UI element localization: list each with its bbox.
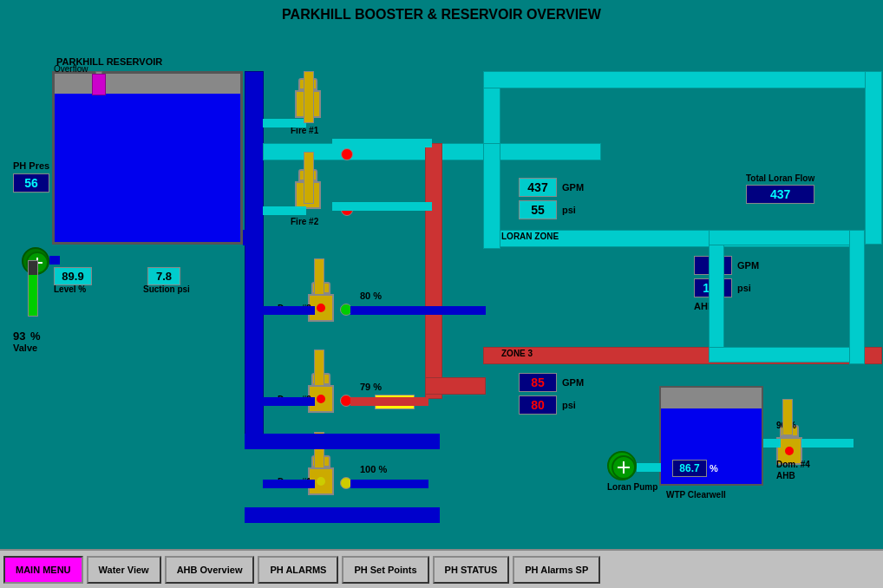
ahb-horiz-top xyxy=(709,230,865,245)
zone3-psi-unit: psi xyxy=(562,400,576,410)
water-view-btn[interactable]: Water View xyxy=(87,556,161,584)
total-loran-label: Total Loran Flow xyxy=(746,173,814,183)
pump-reservoir-pipe xyxy=(49,256,60,265)
dom3-pct: 80 % xyxy=(360,291,382,301)
reservoir-box xyxy=(52,71,243,245)
page-title: PARKHILL BOOSTER & RESERVOIR OVERVIEW xyxy=(0,0,883,26)
wtp-level-value: 86.7 xyxy=(672,460,707,477)
dom3-cyan-out xyxy=(425,306,486,315)
dom3-to-red xyxy=(350,306,428,315)
dom3-vert-pipe xyxy=(314,258,324,295)
ahb-gpm-unit: GPM xyxy=(737,260,759,271)
wtp-level-unit: % xyxy=(710,463,718,474)
dom1-to-right xyxy=(350,480,428,488)
ahb-psi-unit: psi xyxy=(737,283,751,293)
zone3-gpm-unit: GPM xyxy=(562,377,584,388)
valve-label: Valve xyxy=(13,343,37,353)
valve-value: 93 xyxy=(13,330,25,343)
valve-unit: % xyxy=(30,330,41,343)
ahb-vert-pipe xyxy=(709,230,724,356)
loran-pump-label: Loran Pump xyxy=(607,482,657,492)
cyan-pipe-top-right xyxy=(483,71,882,88)
ph-alarms-btn[interactable]: PH ALARMS xyxy=(258,556,338,584)
dom4-label: Dom. #4 xyxy=(776,460,810,469)
loran-pump-symbol xyxy=(607,451,637,480)
fire-connect-pipe-1 xyxy=(332,139,432,147)
level-bar-fill xyxy=(29,275,37,316)
zone3-psi-value: 80 xyxy=(519,395,557,415)
loran-psi-value: 55 xyxy=(519,200,557,219)
loran-gpm-value: 437 xyxy=(519,178,557,197)
overflow-indicator xyxy=(92,74,106,95)
fire2-horiz-pipe xyxy=(263,206,306,215)
ph-alarms-sp-btn[interactable]: PH Alarms SP xyxy=(513,556,600,584)
fire1-vert-pipe xyxy=(304,71,314,123)
fire1-horiz-pipe xyxy=(263,119,306,127)
reservoir-water xyxy=(55,94,240,242)
loran-gpm-group: 437 GPM 55 psi xyxy=(519,178,584,219)
dom2-pct: 79 % xyxy=(360,382,382,392)
dom4-pipe-left xyxy=(763,439,781,448)
ph-status-btn[interactable]: PH STATUS xyxy=(433,556,510,584)
loran-psi-unit: psi xyxy=(562,205,576,215)
zone3-label: ZONE 3 xyxy=(501,349,533,358)
dom4-sub: AHB xyxy=(776,471,795,480)
dom3-horiz-pipe xyxy=(263,306,315,315)
loran-pump-pipe xyxy=(637,463,661,472)
loran-zone-label: LORAN ZONE xyxy=(501,232,559,241)
ahb-horiz-bottom xyxy=(709,347,865,363)
fire1-valve xyxy=(341,148,353,160)
red-horiz-pipe-elbow xyxy=(425,377,486,395)
ahb-group: 0 GPM 102 psi AHB xyxy=(694,256,759,311)
horiz-blue-pipe-1 xyxy=(243,230,247,245)
main-vertical-pipe xyxy=(245,71,264,435)
ahb-overview-btn[interactable]: AHB Overview xyxy=(165,556,255,584)
diagram-area: PARKHILL RESERVOIR Overflow PH Pres 56 8… xyxy=(0,26,883,538)
dom1-pct: 100 % xyxy=(360,464,387,474)
overflow-label: Overflow xyxy=(54,64,88,74)
total-loran-group: Total Loran Flow 437 xyxy=(746,173,814,204)
level-bar-bg xyxy=(28,260,38,317)
ahb-vert-right xyxy=(849,230,865,364)
loran-gpm-unit: GPM xyxy=(562,182,584,193)
red-vert-pipe-center xyxy=(425,143,442,399)
fire-connect-pipe-2 xyxy=(332,202,432,211)
total-loran-value: 437 xyxy=(746,185,814,204)
dom2-horiz-pipe xyxy=(263,397,315,406)
ph-pres-label: PH Pres xyxy=(13,160,49,171)
bottom-blue-manifold2 xyxy=(245,507,440,523)
wtp-label: WTP Clearwell xyxy=(666,490,726,500)
bottom-blue-manifold xyxy=(245,434,440,449)
suction-psi-value: 7.8 xyxy=(147,267,180,285)
main-menu-btn[interactable]: MAIN MENU xyxy=(3,556,83,584)
ph-pres-value: 56 xyxy=(13,173,49,193)
suction-psi-label: Suction psi xyxy=(143,284,190,294)
bottom-nav: MAIN MENU Water View AHB Overview PH ALA… xyxy=(0,549,883,588)
dom2-vert-pipe xyxy=(314,350,324,386)
ph-set-points-btn[interactable]: PH Set Points xyxy=(342,556,428,584)
zone3-gpm-group: 85 GPM 80 psi xyxy=(519,373,584,415)
ahb-label: AHB xyxy=(694,301,759,311)
level-pct-label: Level % xyxy=(54,284,86,294)
zone3-gpm-value: 85 xyxy=(519,373,557,392)
fire2-label: Fire #2 xyxy=(291,217,318,226)
dom1-horiz-pipe xyxy=(263,480,315,488)
dom4-pipe-right xyxy=(801,439,854,448)
dom4-vert-pipe xyxy=(782,399,793,435)
wtp-level-group: 86.7 % xyxy=(672,460,718,477)
vert-cyan-connector xyxy=(483,143,500,249)
dom2-to-red xyxy=(350,397,428,406)
vert-cyan-right xyxy=(865,71,882,245)
level-pct-value: 89.9 xyxy=(54,267,92,285)
fire2-vert-pipe xyxy=(304,152,314,204)
